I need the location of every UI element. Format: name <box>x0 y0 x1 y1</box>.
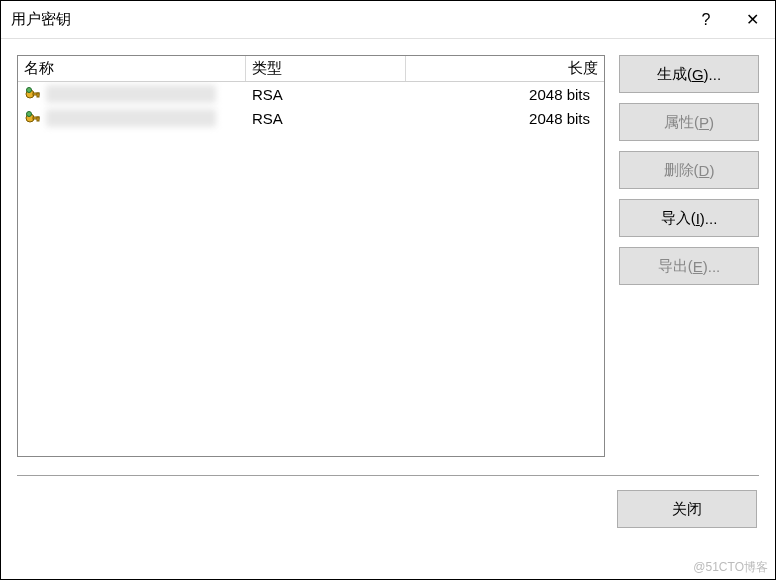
user-keys-dialog: 用户密钥 ? ✕ 名称 类型 长度 <box>0 0 776 580</box>
button-column: 生成(G)... 属性(P) 删除(D) 导入(I)... 导出(E)... <box>619 55 759 457</box>
list-item[interactable]: RSA 2048 bits <box>18 82 604 106</box>
delete-button[interactable]: 删除(D) <box>619 151 759 189</box>
col-header-type[interactable]: 类型 <box>246 56 406 81</box>
dialog-title: 用户密钥 <box>11 10 683 29</box>
cell-type: RSA <box>246 86 406 103</box>
content-row: 名称 类型 长度 RSA 2048 bits <box>17 55 759 457</box>
close-button[interactable]: ✕ <box>729 1 775 39</box>
svg-point-7 <box>27 112 32 117</box>
key-list[interactable]: 名称 类型 长度 RSA 2048 bits <box>17 55 605 457</box>
properties-button[interactable]: 属性(P) <box>619 103 759 141</box>
cell-name <box>18 85 246 103</box>
cell-length: 2048 bits <box>406 110 604 127</box>
cell-type: RSA <box>246 110 406 127</box>
dialog-footer: 关闭 <box>17 476 759 528</box>
cell-name <box>18 109 246 127</box>
list-item[interactable]: RSA 2048 bits <box>18 106 604 130</box>
generate-button[interactable]: 生成(G)... <box>619 55 759 93</box>
import-button[interactable]: 导入(I)... <box>619 199 759 237</box>
help-button[interactable]: ? <box>683 1 729 39</box>
key-icon <box>24 85 42 103</box>
key-name-redacted <box>46 85 216 103</box>
dialog-body: 名称 类型 长度 RSA 2048 bits <box>1 39 775 579</box>
close-dialog-button[interactable]: 关闭 <box>617 490 757 528</box>
watermark: @51CTO博客 <box>693 559 768 576</box>
list-header: 名称 类型 长度 <box>18 56 604 82</box>
col-header-length[interactable]: 长度 <box>406 56 604 81</box>
svg-point-3 <box>27 88 32 93</box>
svg-rect-2 <box>37 93 39 97</box>
list-rows: RSA 2048 bits RSA 2048 bits <box>18 82 604 456</box>
cell-length: 2048 bits <box>406 86 604 103</box>
titlebar: 用户密钥 ? ✕ <box>1 1 775 39</box>
col-header-name[interactable]: 名称 <box>18 56 246 81</box>
export-button[interactable]: 导出(E)... <box>619 247 759 285</box>
svg-rect-6 <box>37 117 39 121</box>
key-icon <box>24 109 42 127</box>
key-name-redacted <box>46 109 216 127</box>
